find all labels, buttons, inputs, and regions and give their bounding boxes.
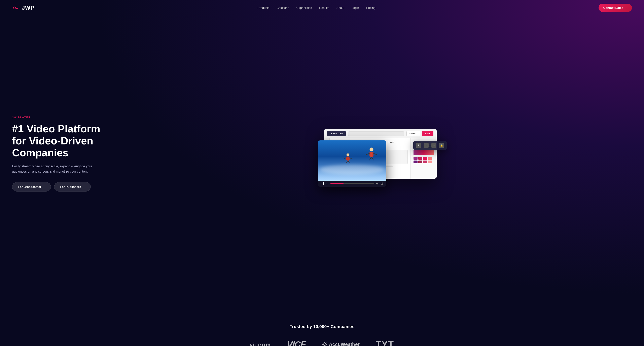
- svg-rect-1: [346, 156, 350, 160]
- viacom-text: viacom: [250, 341, 271, 346]
- resize-icon: ⤢: [432, 143, 436, 148]
- svg-point-0: [346, 154, 349, 156]
- color-swatch: [428, 157, 432, 160]
- color-swatch: [423, 157, 427, 160]
- navbar: JWP Products Solutions Capabilities Resu…: [0, 0, 644, 16]
- accuweather-text: AccuWeather: [322, 342, 360, 346]
- video-controls: 1:1: [318, 181, 386, 187]
- toolbar-float: 🖥 ↑ ⤢ 🔒: [413, 141, 447, 150]
- share-icon: ↑: [424, 143, 428, 148]
- embed-button[interactable]: EMBED: [406, 131, 420, 136]
- skydiver-2-icon: [364, 146, 380, 162]
- svg-line-24: [326, 343, 326, 343]
- color-swatch: [428, 160, 432, 163]
- hero-content: JW PLAYER #1 Video Platform for Video-Dr…: [12, 116, 117, 192]
- logos-row: viacom VICE Ac: [12, 339, 632, 346]
- svg-line-11: [366, 153, 370, 155]
- monitor-icon: 🖥: [416, 143, 421, 148]
- tyt-logo: TYT: [376, 339, 394, 346]
- skydiver-1-icon: [342, 152, 354, 164]
- svg-marker-13: [376, 183, 378, 185]
- hero-section: JW PLAYER #1 Video Platform for Video-Dr…: [0, 16, 644, 296]
- color-row: [414, 157, 434, 160]
- svg-line-21: [323, 343, 324, 343]
- volume-icon[interactable]: [376, 182, 379, 185]
- hero-eyebrow: JW PLAYER: [12, 116, 117, 119]
- svg-line-5: [350, 158, 352, 159]
- hero-title: #1 Video Platform for Video-Driven Compa…: [12, 123, 117, 159]
- viacom-logo: viacom: [250, 341, 271, 346]
- sun-icon: [322, 342, 327, 346]
- svg-rect-8: [370, 152, 372, 157]
- color-swatch: [414, 157, 418, 160]
- lock-icon: 🔒: [439, 143, 444, 148]
- trusted-title: Trusted by 10,000+ Companies: [12, 324, 632, 329]
- hero-visual: 🖥 ↑ ⤢ 🔒 ▲ UPLOAD EMBED SAVE: [129, 129, 632, 179]
- logo-text: JWP: [22, 5, 34, 11]
- vice-logo: VICE: [287, 340, 306, 346]
- hero-buttons: For Broadcaster → For Publishers →: [12, 182, 117, 192]
- color-palette: [414, 150, 434, 163]
- broadcaster-button[interactable]: For Broadcaster →: [12, 182, 51, 192]
- progress-bar[interactable]: [330, 183, 374, 184]
- svg-line-9: [370, 157, 372, 160]
- trusted-section: Trusted by 10,000+ Companies viacom VICE: [0, 308, 644, 346]
- hero-description: Easily stream video at any scale, expand…: [12, 164, 96, 174]
- svg-line-10: [372, 157, 374, 160]
- video-screen: [318, 140, 386, 181]
- color-swatch: [418, 157, 422, 160]
- save-button[interactable]: SAVE: [422, 131, 434, 136]
- svg-line-2: [346, 160, 348, 163]
- color-row: [414, 160, 434, 163]
- svg-line-4: [344, 158, 346, 159]
- logo[interactable]: JWP: [12, 4, 34, 12]
- svg-point-16: [324, 343, 326, 346]
- color-swatch: [418, 160, 422, 163]
- accuweather-logo: AccuWeather: [322, 342, 360, 346]
- nav-capabilities[interactable]: Capabilities: [296, 6, 312, 10]
- mockup-toolbar: ▲ UPLOAD EMBED SAVE: [324, 129, 437, 138]
- publishers-button[interactable]: For Publishers →: [54, 182, 91, 192]
- nav-pricing[interactable]: Pricing: [366, 6, 376, 10]
- nav-links: Products Solutions Capabilities Results …: [258, 6, 376, 10]
- nav-solutions[interactable]: Solutions: [277, 6, 289, 10]
- settings-icon[interactable]: [381, 182, 384, 185]
- color-swatch: [423, 160, 427, 163]
- logo-icon: [12, 4, 20, 12]
- svg-point-15: [382, 183, 382, 184]
- svg-line-12: [374, 153, 377, 155]
- upload-button[interactable]: ▲ UPLOAD: [327, 131, 346, 136]
- color-swatch: [414, 160, 418, 163]
- contact-sales-button[interactable]: Contact Sales →: [598, 4, 632, 12]
- svg-line-3: [348, 160, 350, 163]
- video-player: 1:1: [318, 140, 386, 187]
- progress-fill: [330, 183, 344, 184]
- video-time: 1:1: [326, 182, 328, 185]
- dashboard-mockup: 🖥 ↑ ⤢ 🔒 ▲ UPLOAD EMBED SAVE: [324, 129, 437, 179]
- nav-results[interactable]: Results: [319, 6, 329, 10]
- vice-text: VICE: [287, 340, 306, 346]
- pause-icon[interactable]: [321, 182, 324, 185]
- svg-point-6: [370, 148, 373, 151]
- mockup-toolbar-right: EMBED SAVE: [406, 131, 434, 136]
- nav-about[interactable]: About: [336, 6, 344, 10]
- tyt-text: TYT: [376, 339, 394, 346]
- nav-products[interactable]: Products: [258, 6, 270, 10]
- nav-right: Contact Sales →: [598, 4, 632, 12]
- nav-login[interactable]: Login: [352, 6, 359, 10]
